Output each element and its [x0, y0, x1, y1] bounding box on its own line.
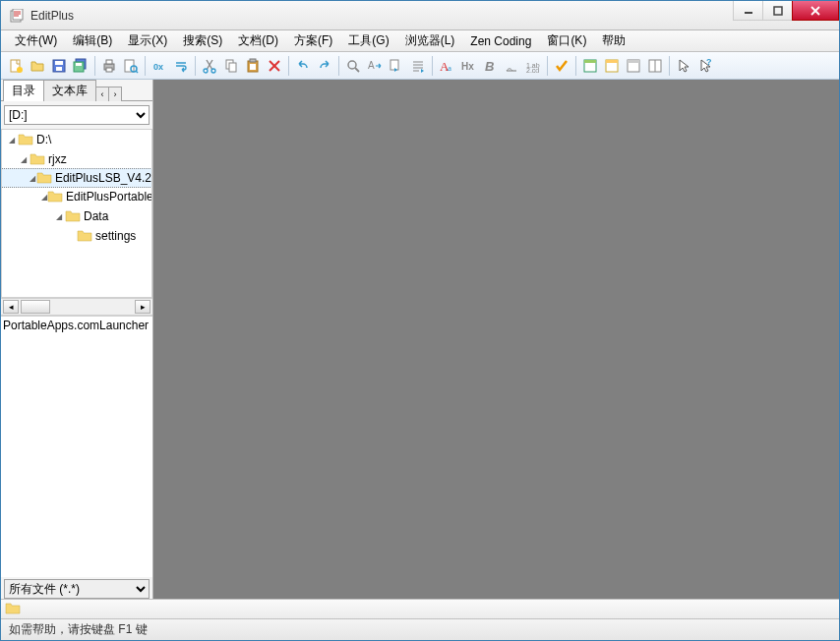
- italic-icon[interactable]: [501, 55, 522, 77]
- toolbar-separator: [288, 56, 289, 76]
- heading-icon[interactable]: Hx: [457, 55, 479, 77]
- window-title: EditPlus: [30, 9, 733, 23]
- menu-help[interactable]: 帮助: [594, 30, 633, 51]
- tree-item-label: Data: [84, 209, 108, 223]
- menu-edit[interactable]: 编辑(B): [65, 30, 120, 51]
- file-filter: 所有文件 (*.*): [1, 577, 152, 599]
- tab-directory[interactable]: 目录: [3, 80, 44, 101]
- delete-icon[interactable]: [264, 55, 285, 77]
- tree-item[interactable]: ◢rjxz: [2, 149, 151, 169]
- font-icon[interactable]: Aa: [436, 55, 457, 77]
- menu-zencoding[interactable]: Zen Coding: [462, 32, 539, 50]
- marker-icon[interactable]: 1.ab2.cd: [522, 55, 544, 77]
- path-bar: [1, 599, 839, 618]
- save-all-icon[interactable]: [70, 55, 91, 77]
- statusbar: 如需帮助，请按键盘 F1 键: [1, 618, 839, 640]
- minimize-button[interactable]: [733, 1, 762, 21]
- toolbar-separator: [145, 56, 146, 76]
- file-list[interactable]: PortableApps.comLauncher: [1, 316, 152, 577]
- find-next-icon[interactable]: A: [364, 55, 386, 77]
- titlebar: EditPlus: [1, 1, 839, 30]
- tree-scrollbar[interactable]: ◂ ▸: [1, 298, 152, 316]
- redo-icon[interactable]: [314, 55, 335, 77]
- tree-item[interactable]: ◢EditPlusPortable: [2, 187, 151, 206]
- tab-scroll-right[interactable]: ›: [108, 87, 122, 101]
- cursor-icon[interactable]: [673, 55, 694, 77]
- expander-icon[interactable]: ◢: [18, 154, 30, 164]
- print-icon[interactable]: [98, 55, 120, 77]
- menu-view[interactable]: 显示(X): [120, 30, 175, 51]
- file-list-item[interactable]: PortableApps.comLauncher: [3, 319, 150, 334]
- new-file-icon[interactable]: [5, 55, 27, 77]
- menu-document[interactable]: 文档(D): [230, 30, 286, 51]
- drive-select[interactable]: [D:]: [4, 105, 150, 125]
- maximize-button[interactable]: [762, 1, 792, 21]
- folder-icon: [65, 208, 81, 224]
- svg-point-21: [204, 69, 208, 73]
- svg-rect-3: [774, 7, 782, 15]
- menu-project[interactable]: 方案(F): [286, 30, 340, 51]
- scroll-right-button[interactable]: ▸: [135, 300, 150, 314]
- find-icon[interactable]: [342, 55, 364, 77]
- copy-icon[interactable]: [220, 55, 242, 77]
- svg-rect-10: [56, 67, 62, 71]
- cut-icon[interactable]: [199, 55, 220, 77]
- status-text: 如需帮助，请按键盘 F1 键: [9, 621, 148, 638]
- expander-icon[interactable]: ◢: [6, 135, 18, 145]
- scroll-left-button[interactable]: ◂: [3, 300, 19, 314]
- window3-icon[interactable]: [623, 55, 644, 77]
- tree-item[interactable]: ◢Data: [2, 206, 151, 226]
- menu-file[interactable]: 文件(W): [7, 30, 65, 51]
- undo-icon[interactable]: [292, 55, 314, 77]
- help-icon[interactable]: ?: [694, 55, 716, 77]
- folder-icon: [5, 601, 21, 617]
- open-file-icon[interactable]: [27, 55, 48, 77]
- tab-scroll-left[interactable]: ‹: [95, 87, 109, 101]
- folder-icon: [47, 189, 63, 204]
- bold-icon[interactable]: B: [479, 55, 501, 77]
- expander-icon[interactable]: ◢: [30, 173, 36, 183]
- svg-rect-27: [250, 64, 256, 70]
- tab-cliptext[interactable]: 文本库: [43, 80, 96, 101]
- filter-select[interactable]: 所有文件 (*.*): [4, 579, 150, 599]
- check-icon[interactable]: [551, 55, 572, 77]
- tree-item[interactable]: ◢D:\: [2, 130, 151, 149]
- folder-icon: [77, 228, 92, 244]
- expander-icon[interactable]: ◢: [53, 211, 65, 221]
- svg-text:?: ?: [706, 58, 712, 67]
- hex-icon[interactable]: 0x: [149, 55, 170, 77]
- print-preview-icon[interactable]: [120, 55, 142, 77]
- folder-tree[interactable]: ◢D:\◢rjxz◢EditPlusLSB_V4.2◢EditPlusPorta…: [1, 129, 152, 298]
- menu-tools[interactable]: 工具(G): [340, 30, 396, 51]
- editor-area: [153, 80, 839, 599]
- svg-rect-13: [76, 63, 82, 66]
- tree-item[interactable]: ◢EditPlusLSB_V4.2: [1, 168, 152, 188]
- tree-item[interactable]: settings: [2, 226, 151, 246]
- paste-icon[interactable]: [242, 55, 264, 77]
- window-buttons: [733, 1, 839, 29]
- toolbar-separator: [338, 56, 339, 76]
- goto-icon[interactable]: [407, 55, 429, 77]
- scroll-thumb[interactable]: [21, 300, 50, 314]
- menu-window[interactable]: 窗口(K): [539, 30, 594, 51]
- svg-text:B: B: [485, 59, 494, 74]
- window4-icon[interactable]: [644, 55, 666, 77]
- window1-icon[interactable]: [579, 55, 601, 77]
- menu-browser[interactable]: 浏览器(L): [397, 30, 463, 51]
- svg-text:a: a: [448, 63, 451, 73]
- svg-text:Hx: Hx: [461, 61, 474, 72]
- window2-icon[interactable]: [601, 55, 623, 77]
- close-button[interactable]: [792, 1, 839, 21]
- wrap-icon[interactable]: [170, 55, 192, 77]
- tree-item-label: D:\: [36, 133, 51, 146]
- replace-icon[interactable]: [386, 55, 407, 77]
- save-icon[interactable]: [48, 55, 70, 77]
- menu-search[interactable]: 搜索(S): [175, 30, 230, 51]
- folder-icon: [18, 132, 33, 147]
- toolbar: 0xAAaHxB1.ab2.cd?: [1, 52, 839, 80]
- toolbar-separator: [575, 56, 576, 76]
- svg-text:2.cd: 2.cd: [526, 67, 539, 74]
- svg-line-31: [355, 68, 359, 72]
- tree-item-label: EditPlusLSB_V4.2: [55, 171, 151, 185]
- toolbar-separator: [94, 56, 95, 76]
